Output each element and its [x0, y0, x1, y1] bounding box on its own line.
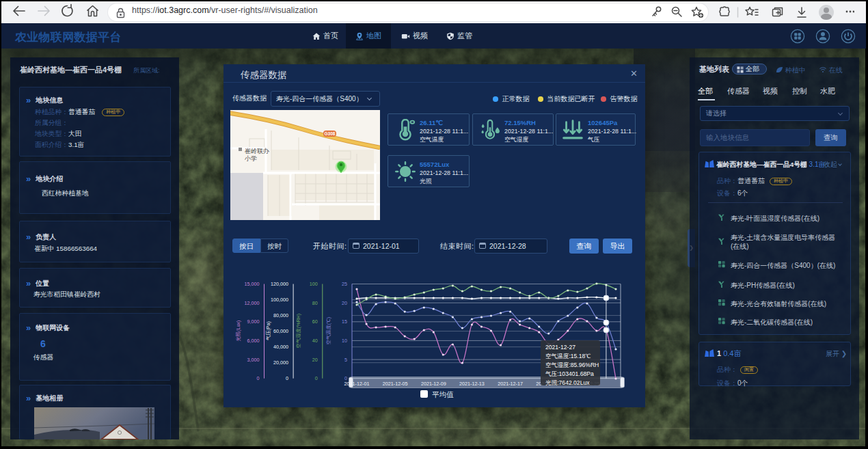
svg-text:20,000: 20,000 — [273, 359, 288, 366]
svg-text:空气温度(℃): 空气温度(℃) — [325, 317, 331, 344]
svg-text:小学: 小学 — [244, 155, 257, 162]
svg-text:20: 20 — [312, 357, 318, 363]
svg-text:100,000: 100,000 — [271, 297, 288, 303]
svg-text:2021-12-17: 2021-12-17 — [498, 381, 523, 387]
svg-text:2021-12-05: 2021-12-05 — [383, 381, 408, 387]
svg-text:15: 15 — [342, 318, 347, 325]
svg-text:10: 10 — [342, 338, 347, 344]
svg-text:0: 0 — [315, 375, 318, 381]
svg-text:80: 80 — [312, 300, 318, 306]
svg-text:40,000: 40,000 — [273, 344, 288, 350]
svg-text:光照(Lux): 光照(Lux) — [235, 321, 241, 342]
svg-text:空气湿度(%RH): 空气湿度(%RH) — [295, 314, 301, 348]
svg-text:2021-12-01: 2021-12-01 — [344, 381, 370, 387]
svg-text:15,000: 15,000 — [245, 281, 260, 287]
svg-text:80,000: 80,000 — [273, 312, 288, 318]
svg-text:120,000: 120,000 — [271, 281, 288, 287]
svg-text:气压(Pa): 气压(Pa) — [265, 321, 271, 340]
svg-text:12,000: 12,000 — [245, 300, 260, 306]
svg-text:6,000: 6,000 — [247, 338, 260, 344]
svg-text:25: 25 — [342, 281, 347, 287]
svg-text:2021-12-09: 2021-12-09 — [421, 381, 446, 387]
svg-text:崔岭联办: 崔岭联办 — [244, 148, 269, 154]
svg-text:0: 0 — [286, 375, 288, 381]
svg-text:20: 20 — [342, 300, 347, 306]
svg-text:G308: G308 — [325, 131, 336, 136]
svg-text:9,000: 9,000 — [247, 318, 260, 325]
svg-text:40: 40 — [312, 338, 318, 344]
svg-text:100: 100 — [310, 281, 318, 287]
svg-text:5: 5 — [344, 357, 347, 363]
svg-text:60: 60 — [312, 318, 318, 325]
svg-text:2021-12-13: 2021-12-13 — [459, 381, 485, 387]
svg-text:0: 0 — [257, 375, 260, 381]
svg-text:60,000: 60,000 — [273, 328, 288, 334]
svg-text:3,000: 3,000 — [247, 357, 260, 363]
